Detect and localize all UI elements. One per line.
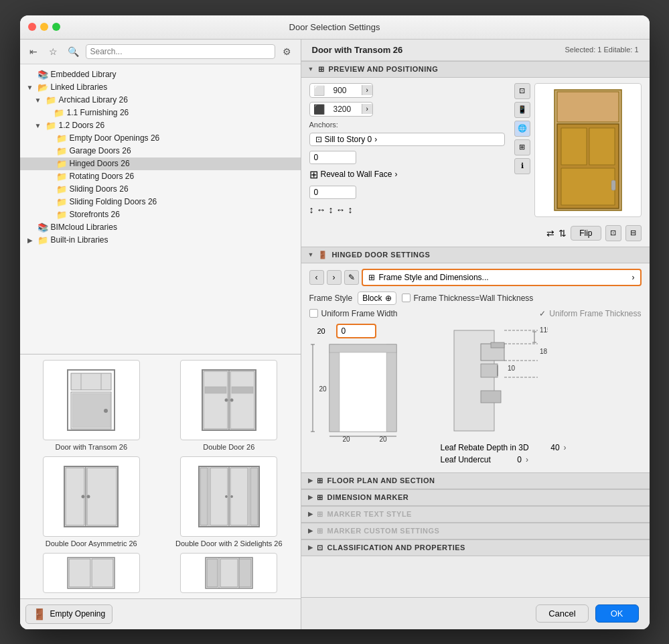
tree-item-doors[interactable]: ▼ 📁 1.2 Doors 26 (20, 119, 301, 132)
tool-btn-3[interactable]: 🌐 (514, 121, 530, 137)
maximize-button[interactable] (52, 23, 60, 31)
symbol-row: ↕ ↔ ↕ ↔ ↕ (309, 204, 505, 215)
tree-item-rotating[interactable]: 📁 Rotating Doors 26 (20, 170, 301, 183)
leaf-undercut-val: 0 (495, 455, 522, 464)
flip-icon-1[interactable]: ⊡ (605, 225, 621, 241)
thumb-double-door[interactable]: Double Door 26 (163, 360, 295, 451)
tree-item-sliding[interactable]: 📁 Sliding Doors 26 (20, 183, 301, 196)
traffic-lights (28, 23, 60, 31)
uniform-frame-width-check[interactable]: Uniform Frame Width (309, 309, 398, 318)
folder-icon: 📁 (38, 235, 48, 245)
sidelight-preview (196, 463, 263, 530)
star-icon[interactable]: ☆ (46, 44, 62, 60)
sill-label: Sill to Story 0 (325, 135, 372, 144)
height-row: ⬛ 3200 › (309, 102, 505, 117)
height-value: 3200 (328, 103, 362, 115)
svg-rect-63 (481, 364, 498, 377)
section-hinged-label: HINGED DOOR SETTINGS (331, 251, 430, 259)
frame-thickness-checkbox[interactable]: Frame Thickness=Wall Thickness (402, 294, 534, 303)
frame-thickness-check[interactable] (402, 294, 411, 302)
back-icon[interactable]: ⇤ (25, 44, 42, 60)
tree-item-empty-door[interactable]: 📁 Empty Door Openings 26 (20, 132, 301, 145)
tree-item-bimcloud[interactable]: 📚 BIMcloud Libraries (20, 221, 301, 234)
tool-btn-5[interactable]: ℹ (514, 158, 530, 174)
leaf-rebate-arrow[interactable]: › (564, 443, 567, 452)
frame-dims-area: 20 (309, 324, 642, 467)
svg-rect-37 (207, 559, 218, 587)
sill-input[interactable] (309, 151, 356, 164)
uniform-width-box[interactable] (309, 309, 318, 318)
empty-opening-label: Empty Opening (50, 609, 106, 619)
empty-opening-button[interactable]: 🚪 Empty Opening (25, 604, 113, 624)
section-marker-text-header[interactable]: ▶ ⊞ MARKER TEXT STYLE (301, 506, 650, 523)
ok-button[interactable]: OK (595, 604, 639, 623)
tree-item-sliding-folding[interactable]: 📁 Sliding Folding Doors 26 (20, 196, 301, 208)
tree-item-linked[interactable]: ▼ 📂 Linked Libraries (20, 81, 301, 94)
section-floor-header[interactable]: ▶ ⊞ FLOOR PLAN AND SECTION (301, 472, 650, 489)
folder-icon: 📂 (38, 82, 48, 92)
thumb-extra2[interactable] (163, 553, 295, 593)
section-dim-header[interactable]: ▶ ⊞ DIMENSION MARKER (301, 489, 650, 506)
tree-item-embedded[interactable]: 📚 Embedded Library (20, 68, 301, 81)
thumb-double-asym[interactable]: Double Door Asymmetric 26 (25, 456, 158, 548)
tool-btn-2[interactable]: 📱 (514, 102, 530, 118)
tree-label: Empty Door Openings 26 (70, 133, 295, 143)
search-input[interactable] (86, 44, 275, 59)
gear-icon[interactable]: ⚙ (279, 44, 295, 60)
svg-rect-13 (205, 387, 226, 393)
close-button[interactable] (28, 23, 36, 31)
section-preview-header[interactable]: ▼ ⊞ PREVIEW AND POSITIONING (301, 61, 650, 78)
tree-item-builtin[interactable]: ▶ 📁 Built-in Libraries (20, 234, 301, 247)
thumb-double-sidelight[interactable]: Double Door with 2 Sidelights 26 (163, 456, 295, 548)
thumb-door-transom[interactable]: Door with Transom 26 (25, 360, 158, 451)
frame-style-select[interactable]: Block ⊕ (358, 292, 396, 305)
minimize-button[interactable] (40, 23, 48, 31)
nav-edit[interactable]: ✎ (344, 270, 359, 285)
tool-btn-4[interactable]: ⊞ (514, 139, 530, 155)
dropdown-icon: ⊕ (385, 294, 392, 303)
uniform-frame-thickness-check[interactable]: ✓ Uniform Frame Thickness (539, 309, 641, 318)
height-arrow[interactable]: › (362, 104, 372, 114)
tree-item-storefronts[interactable]: 📁 Storefronts 26 (20, 208, 301, 221)
reveal-input[interactable] (309, 186, 356, 199)
tree-label: Garage Doors 26 (70, 146, 295, 155)
uniform-row: Uniform Frame Width ✓ Uniform Frame Thic… (309, 309, 642, 318)
svg-rect-51 (329, 344, 396, 352)
right-body: ▼ ⊞ PREVIEW AND POSITIONING ⬜ 900 › (301, 61, 650, 597)
nav-next[interactable]: › (327, 270, 342, 285)
tree-item-hinged[interactable]: 📁 Hinged Doors 26 (20, 157, 301, 170)
thumb-extra1[interactable] (25, 553, 158, 593)
width-arrow[interactable]: › (362, 85, 372, 95)
flip-button[interactable]: Flip (571, 226, 601, 241)
flip-icon-2[interactable]: ⊟ (625, 225, 642, 241)
frame-style-btn-label: Frame Style and Dimensions... (379, 273, 489, 282)
preview-side-tools: ⊡ 📱 🌐 ⊞ ℹ (514, 83, 530, 217)
reveal-label: Reveal to Wall Face (321, 170, 392, 179)
tree-item-furnishing[interactable]: 📁 1.1 Furnishing 26 (20, 107, 301, 119)
thumb-image (43, 553, 140, 593)
dim-icon: ⊞ (317, 493, 323, 502)
tree-label: Sliding Folding Doors 26 (70, 197, 295, 206)
tree-label: Sliding Doors 26 (70, 184, 295, 194)
frame-top-input[interactable] (336, 324, 376, 338)
svg-rect-10 (230, 371, 254, 429)
section-hinged-header[interactable]: ▼ 🚪 HINGED DOOR SETTINGS (301, 247, 650, 263)
search-icon[interactable]: 🔍 (66, 44, 82, 60)
sill-section: ⊡ Sill to Story 0 › (309, 133, 505, 164)
tree-item-archicad[interactable]: ▼ 📁 Archicad Library 26 (20, 94, 301, 107)
section-classification-header[interactable]: ▶ ⊡ CLASSIFICATION AND PROPERTIES (301, 539, 650, 556)
svg-rect-49 (329, 344, 340, 432)
svg-point-12 (230, 398, 233, 401)
section-marker-custom-header[interactable]: ▶ ⊞ MARKER CUSTOM SETTINGS (301, 523, 650, 539)
leaf-undercut-arrow[interactable]: › (526, 455, 528, 464)
tree-item-garage[interactable]: 📁 Garage Doors 26 (20, 145, 301, 157)
section-marker-text-label: MARKER TEXT STYLE (327, 510, 412, 518)
frame-style-button[interactable]: ⊞ Frame Style and Dimensions... › (362, 269, 642, 286)
tool-btn-1[interactable]: ⊡ (514, 83, 530, 99)
sill-dropdown[interactable]: ⊡ Sill to Story 0 › (309, 133, 505, 146)
tree-label: 1.1 Furnishing 26 (67, 108, 295, 117)
section-toggle-marker-text: ▶ (308, 511, 313, 517)
sill-input-row (309, 149, 505, 164)
cancel-button[interactable]: Cancel (536, 604, 588, 623)
nav-prev[interactable]: ‹ (309, 270, 324, 285)
